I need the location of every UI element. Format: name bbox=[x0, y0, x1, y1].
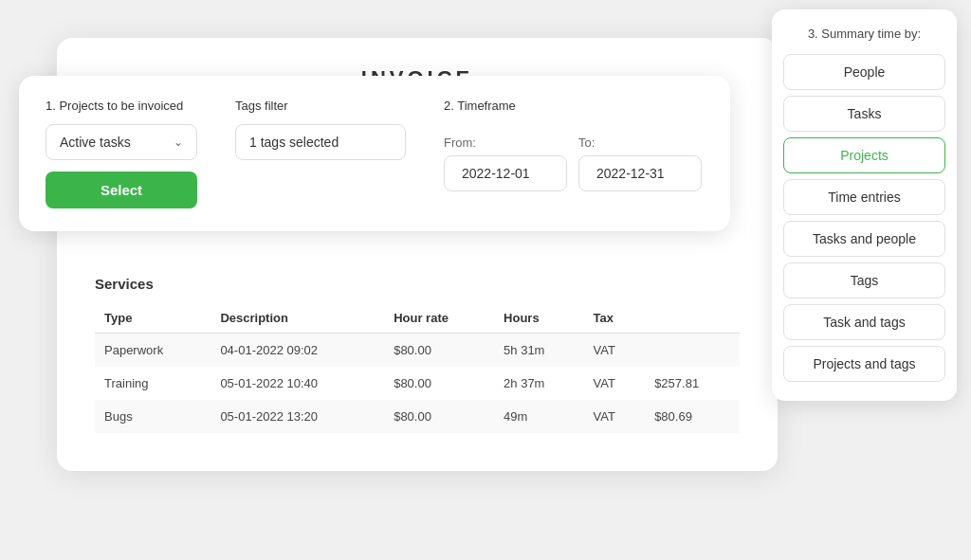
cell-amount: $257.81 bbox=[645, 367, 740, 400]
projects-label: 1. Projects to be invoiced bbox=[46, 99, 197, 113]
col-tax: Tax bbox=[584, 303, 646, 334]
to-date-input[interactable]: 2022-12-31 bbox=[578, 155, 702, 191]
col-hours: Hours bbox=[494, 303, 583, 334]
tags-input[interactable]: 1 tags selected bbox=[235, 124, 406, 160]
cell-hours: 2h 37m bbox=[494, 367, 583, 400]
summary-item-people[interactable]: People bbox=[783, 54, 945, 90]
summary-items-container: PeopleTasksProjectsTime entriesTasks and… bbox=[772, 54, 957, 382]
to-group: To: 2022-12-31 bbox=[578, 135, 702, 191]
cell-amount bbox=[645, 334, 740, 368]
timeframe-section: 2. Timeframe From: 2022-12-01 To: 2022-1… bbox=[444, 99, 702, 191]
summary-item-tasks[interactable]: Tasks bbox=[783, 96, 945, 132]
summary-item-task-and-tags[interactable]: Task and tags bbox=[783, 304, 945, 340]
col-description: Description bbox=[211, 303, 384, 334]
services-title: Services bbox=[95, 276, 740, 292]
summary-item-tags[interactable]: Tags bbox=[783, 262, 945, 298]
cell-type: Training bbox=[95, 367, 211, 400]
cell-amount: $80.69 bbox=[645, 400, 740, 433]
summary-item-tasks-and-people[interactable]: Tasks and people bbox=[783, 221, 945, 257]
chevron-down-icon: ⌄ bbox=[174, 135, 183, 149]
to-date-value: 2022-12-31 bbox=[596, 166, 665, 181]
cell-type: Bugs bbox=[95, 400, 211, 433]
timeframe-label: 2. Timeframe bbox=[444, 99, 702, 113]
summary-title: 3. Summary time by: bbox=[772, 27, 957, 41]
cell-tax: VAT bbox=[584, 367, 646, 400]
cell-description: 05-01-2022 10:40 bbox=[211, 367, 384, 400]
cell-type: Paperwork bbox=[95, 334, 211, 368]
tags-value: 1 tags selected bbox=[249, 135, 339, 150]
cell-tax: VAT bbox=[584, 400, 646, 433]
services-section: Services Type Description Hour rate Hour… bbox=[95, 276, 740, 433]
select-button[interactable]: Select bbox=[46, 172, 197, 208]
cell-hours: 49m bbox=[494, 400, 583, 433]
summary-item-projects-and-tags[interactable]: Projects and tags bbox=[783, 346, 945, 382]
from-group: From: 2022-12-01 bbox=[444, 135, 567, 191]
summary-item-projects[interactable]: Projects bbox=[783, 137, 945, 173]
from-date-value: 2022-12-01 bbox=[462, 166, 530, 181]
cell-description: 05-01-2022 13:20 bbox=[211, 400, 384, 433]
table-row: Paperwork04-01-2022 09:02$80.005h 31mVAT bbox=[95, 334, 740, 368]
services-table: Type Description Hour rate Hours Tax Pap… bbox=[95, 303, 740, 433]
cell-hours: 5h 31m bbox=[494, 334, 583, 368]
summary-panel: 3. Summary time by: PeopleTasksProjectsT… bbox=[772, 9, 957, 401]
cell-description: 04-01-2022 09:02 bbox=[211, 334, 384, 368]
cell-hour_rate: $80.00 bbox=[384, 334, 494, 368]
tags-filter-col: Tags filter 1 tags selected bbox=[235, 99, 406, 160]
cell-tax: VAT bbox=[584, 334, 646, 368]
from-label: From: bbox=[444, 135, 567, 150]
cell-hour_rate: $80.00 bbox=[384, 400, 494, 433]
projects-dropdown[interactable]: Active tasks ⌄ bbox=[46, 124, 197, 160]
to-label: To: bbox=[578, 135, 702, 150]
table-row: Bugs05-01-2022 13:20$80.0049mVAT$80.69 bbox=[95, 400, 740, 433]
filter-panel: 1. Projects to be invoiced Active tasks … bbox=[19, 76, 730, 231]
col-hour-rate: Hour rate bbox=[384, 303, 494, 334]
projects-dropdown-value: Active tasks bbox=[60, 135, 131, 150]
projects-filter-col: 1. Projects to be invoiced Active tasks … bbox=[46, 99, 197, 208]
summary-item-time-entries[interactable]: Time entries bbox=[783, 179, 945, 215]
col-amount bbox=[645, 303, 740, 334]
from-date-input[interactable]: 2022-12-01 bbox=[444, 155, 567, 191]
cell-hour_rate: $80.00 bbox=[384, 367, 494, 400]
table-row: Training05-01-2022 10:40$80.002h 37mVAT$… bbox=[95, 367, 740, 400]
tags-label: Tags filter bbox=[235, 99, 406, 113]
col-type: Type bbox=[95, 303, 211, 334]
